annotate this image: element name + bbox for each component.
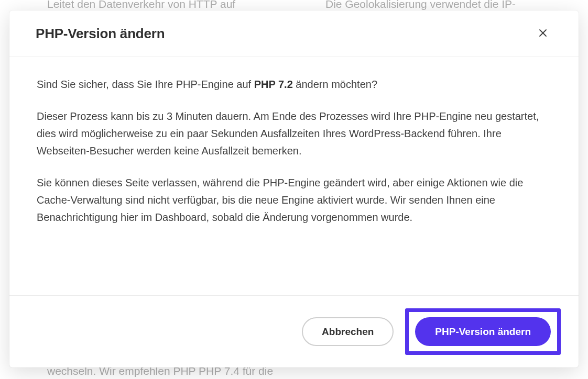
confirm-question: Sind Sie sicher, dass Sie Ihre PHP-Engin…: [37, 76, 551, 93]
confirm-change-php-button[interactable]: PHP-Version ändern: [415, 317, 551, 346]
modal-body: Sind Sie sicher, dass Sie Ihre PHP-Engin…: [9, 57, 579, 295]
php-version-value: PHP 7.2: [254, 79, 293, 90]
modal-title: PHP-Version ändern: [36, 26, 165, 42]
confirm-button-highlight: PHP-Version ändern: [405, 308, 561, 355]
confirm-question-post: ändern möchten?: [293, 79, 377, 90]
modal-header: PHP-Version ändern: [9, 10, 579, 57]
close-button[interactable]: [533, 24, 552, 43]
change-php-version-modal: PHP-Version ändern Sind Sie sicher, dass…: [9, 10, 579, 367]
leave-page-info-text: Sie können dieses Seite verlassen, währe…: [37, 174, 551, 226]
modal-footer: Abbrechen PHP-Version ändern: [9, 295, 579, 367]
cancel-button[interactable]: Abbrechen: [302, 317, 394, 346]
confirm-question-pre: Sind Sie sicher, dass Sie Ihre PHP-Engin…: [37, 79, 254, 90]
close-icon: [538, 28, 548, 39]
process-info-text: Dieser Prozess kann bis zu 3 Minuten dau…: [37, 108, 551, 160]
